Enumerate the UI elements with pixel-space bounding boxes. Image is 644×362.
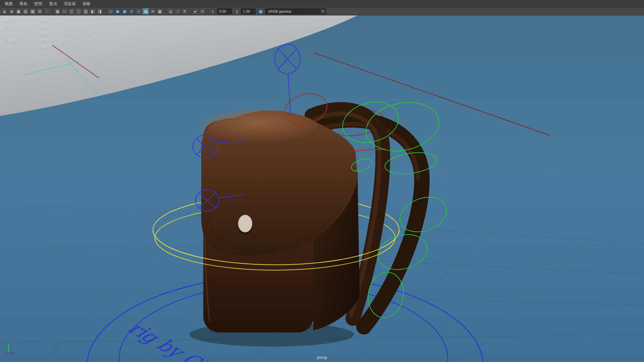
gamma-field[interactable] xyxy=(241,8,256,14)
use-all-lights-icon[interactable]: ☀ xyxy=(128,8,135,14)
safe-title-icon[interactable]: ◨ xyxy=(97,8,103,14)
safe-action-icon[interactable]: ◧ xyxy=(90,8,96,14)
wireframe-icon[interactable]: ◇ xyxy=(107,8,114,14)
toolbar-separator xyxy=(190,8,191,14)
menu-lighting[interactable]: 照明 xyxy=(31,0,46,7)
hud-row-verts: 顶点: 2091 0 0 xyxy=(5,17,91,24)
grid-toggle-icon[interactable]: ▦ xyxy=(54,8,61,14)
menu-panels[interactable]: 面板 xyxy=(79,0,94,7)
hud-value: 0 xyxy=(69,24,91,31)
exposure-field[interactable] xyxy=(217,8,232,14)
hud-value: 2070 xyxy=(34,31,48,37)
menu-shading[interactable]: 着色 xyxy=(16,0,31,7)
screen-space-ao-icon[interactable]: ◍ xyxy=(143,8,149,14)
hud-value: 0 xyxy=(69,44,91,51)
hud-value: 4153 xyxy=(34,24,48,31)
toolbar-icon-group: ▲◈▣▤▦⊞◌▦▭◫▢▥◧◨◇◆◉☀◐◍≋▩◎◔✕▸≡ xyxy=(1,8,210,14)
camera-attributes-icon[interactable]: ▣ xyxy=(15,8,22,14)
hud-value: 0 xyxy=(48,31,69,37)
oversampling-icon[interactable]: ◌ xyxy=(44,8,50,14)
camera-name-label: persp xyxy=(0,355,644,360)
panel-toolbar: ▲◈▣▤▦⊞◌▦▭◫▢▥◧◨◇◆◉☀◐◍≋▩◎◔✕▸≡ ◐ γ ▣ sRGB g… xyxy=(0,7,644,15)
hud-value: 4114 xyxy=(34,37,48,44)
textured-icon[interactable]: ◉ xyxy=(121,8,128,14)
view-transform-dropdown[interactable]: sRGB gamma ▼ xyxy=(265,8,326,14)
toolbar-separator xyxy=(165,8,166,14)
select-camera-icon[interactable]: ▲ xyxy=(1,8,8,14)
toolbar-separator xyxy=(52,8,53,14)
view-transform-toggle-icon[interactable]: ▣ xyxy=(258,8,264,14)
bookmarks-icon[interactable]: ▤ xyxy=(22,8,29,14)
hud-value: 0 xyxy=(69,17,91,24)
hud-row-uvs: UV: 2342 0 0 xyxy=(5,44,91,51)
clipping-icon[interactable]: ▸ xyxy=(192,8,199,14)
hud-row-tris: 三角形: 4114 0 0 xyxy=(5,37,91,44)
viewport-settings-icon[interactable]: ≡ xyxy=(199,8,206,14)
gamma-icon[interactable]: γ xyxy=(234,8,240,14)
hud-label: 顶点: xyxy=(5,17,34,24)
menu-view[interactable]: 视图 xyxy=(1,0,16,7)
hud-label: UV: xyxy=(5,44,34,51)
hud-row-edges: 边: 4153 0 0 xyxy=(5,24,91,31)
field-chart-icon[interactable]: ▥ xyxy=(83,8,89,14)
hud-value: 2091 xyxy=(34,17,48,24)
hud-row-faces: 面: 2070 0 0 xyxy=(5,31,91,37)
x-ray-joints-icon[interactable]: ✕ xyxy=(181,8,188,14)
poly-count-hud: 顶点: 2091 0 0 边: 4153 0 0 面: 2070 0 0 三角形… xyxy=(5,17,91,51)
hud-label: 三角形: xyxy=(5,37,34,44)
toolbar-separator xyxy=(105,8,106,14)
gate-mask-icon[interactable]: ▢ xyxy=(75,8,82,14)
view-transform-value: sRGB gamma xyxy=(268,9,291,13)
isolate-select-icon[interactable]: ◎ xyxy=(167,8,174,14)
toolbar-separator xyxy=(208,8,208,14)
x-ray-icon[interactable]: ◔ xyxy=(174,8,181,14)
lock-camera-icon[interactable]: ◈ xyxy=(8,8,15,14)
menu-renderer[interactable]: 渲染器 xyxy=(60,0,79,7)
hud-label: 面: xyxy=(5,31,34,37)
image-plane-icon[interactable]: ▦ xyxy=(30,8,36,14)
hud-value: 0 xyxy=(48,17,69,24)
hud-label: 边: xyxy=(5,24,34,31)
shadows-icon[interactable]: ◐ xyxy=(136,8,142,14)
multisample-aa-icon[interactable]: ▩ xyxy=(157,8,163,14)
chevron-down-icon: ▼ xyxy=(320,9,326,14)
menu-show[interactable]: 显示 xyxy=(46,0,60,7)
flap-highlight xyxy=(200,109,317,143)
hud-value: 0 xyxy=(48,44,69,51)
panel-menubar: 视图 着色 照明 显示 渲染器 面板 xyxy=(0,0,644,7)
hud-value: 0 xyxy=(48,24,69,31)
hud-value: 0 xyxy=(69,37,91,44)
film-gate-icon[interactable]: ▭ xyxy=(61,8,68,14)
shaded-icon[interactable]: ◆ xyxy=(114,8,121,14)
exposure-icon[interactable]: ◐ xyxy=(210,8,216,14)
resolution-gate-icon[interactable]: ◫ xyxy=(68,8,75,14)
scene-canvas: rig by Chri xyxy=(0,15,644,362)
hud-value: 2342 xyxy=(34,44,48,51)
hud-value: 0 xyxy=(69,31,91,37)
hud-value: 0 xyxy=(48,37,69,44)
snap-button[interactable] xyxy=(238,215,252,232)
2d-pan-zoom-icon[interactable]: ⊞ xyxy=(37,8,43,14)
perspective-viewport[interactable]: rig by Chri xyxy=(0,15,644,362)
motion-blur-icon[interactable]: ≋ xyxy=(150,8,156,14)
